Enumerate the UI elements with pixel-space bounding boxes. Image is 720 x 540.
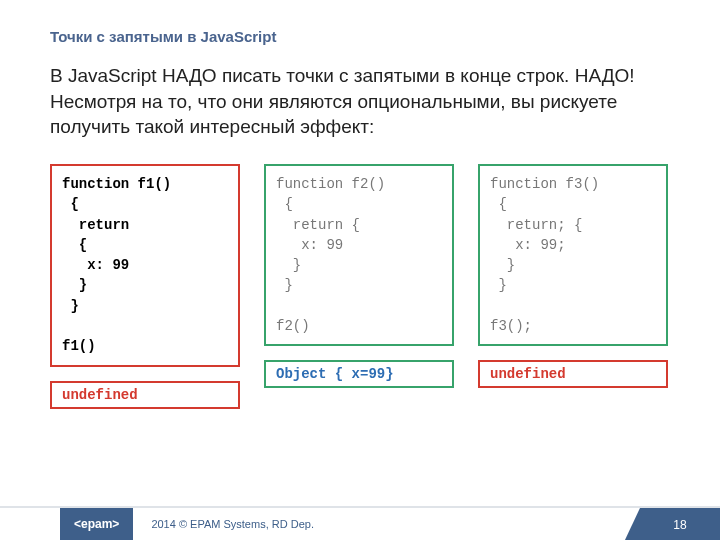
result-2: Object { x=99}: [264, 360, 454, 388]
page-number: 18: [640, 508, 720, 540]
code-block-1: function f1() { return { x: 99 } } f1(): [50, 164, 240, 367]
example-1: function f1() { return { x: 99 } } f1() …: [50, 164, 240, 409]
slide-title: Точки с запятыми в JavaScript: [0, 0, 720, 45]
footer: <epam> 2014 © EPAM Systems, RD Dep. 18: [0, 506, 720, 540]
code-block-3: function f3() { return; { x: 99; } } f3(…: [478, 164, 668, 346]
slide-body: В JavaScript НАДО писать точки с запятым…: [0, 45, 720, 140]
result-1: undefined: [50, 381, 240, 409]
examples-row: function f1() { return { x: 99 } } f1() …: [0, 140, 720, 409]
code-block-2: function f2() { return { x: 99 } } f2(): [264, 164, 454, 346]
epam-logo: <epam>: [60, 508, 133, 540]
example-3: function f3() { return; { x: 99; } } f3(…: [478, 164, 668, 409]
result-3: undefined: [478, 360, 668, 388]
example-2: function f2() { return { x: 99 } } f2() …: [264, 164, 454, 409]
copyright: 2014 © EPAM Systems, RD Dep.: [151, 518, 314, 530]
